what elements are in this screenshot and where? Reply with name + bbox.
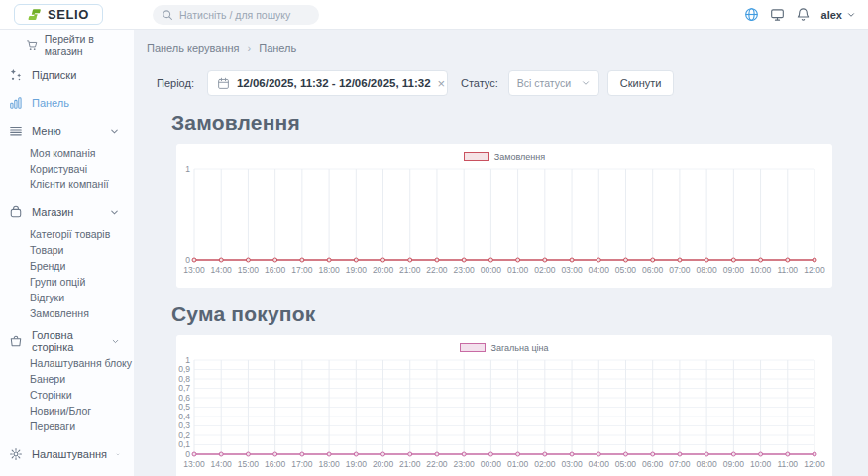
data-point (192, 452, 196, 456)
y-axis-tick-label: 0,3 (178, 420, 190, 430)
breadcrumb-separator: › (248, 42, 252, 54)
gear-icon (9, 447, 23, 461)
clear-period-icon[interactable]: × (438, 77, 446, 90)
x-axis-tick-label: 09:00 (723, 459, 745, 469)
legend-swatch (460, 343, 486, 352)
period-label: Період: (157, 77, 194, 89)
search-bar[interactable] (153, 5, 319, 25)
sidebar-item-go-to-shop[interactable]: Перейти в магазин (26, 34, 134, 56)
sidebar-item-shop[interactable]: Магазин (0, 198, 134, 226)
y-axis-tick-label: 0,6 (178, 393, 190, 403)
sidebar-subitem-shop-1[interactable]: Товари (0, 242, 134, 258)
subscriptions-icon (9, 68, 23, 82)
data-point (516, 258, 520, 262)
y-axis-tick-label: 1 (185, 355, 190, 365)
monitor-icon[interactable] (770, 7, 785, 22)
sidebar-subitem-shop-3[interactable]: Групи опцій (0, 274, 134, 290)
bell-icon[interactable] (796, 7, 811, 22)
chevron-down-icon (109, 207, 120, 218)
x-axis-tick-label: 14:00 (211, 265, 233, 275)
sidebar-subitem-shop-0[interactable]: Категорії товарів (0, 226, 134, 242)
section-title-orders: Замовлення (171, 111, 868, 135)
data-point (192, 258, 196, 262)
sidebar-subitem-home-page-1[interactable]: Банери (0, 371, 134, 387)
data-point (246, 452, 250, 456)
x-axis-tick-label: 16:00 (265, 265, 286, 275)
data-point (731, 258, 735, 262)
sidebar-item-settings[interactable]: Налаштування (0, 440, 134, 468)
data-point (408, 452, 412, 456)
calendar-icon (217, 77, 230, 90)
period-date-range-input[interactable]: 12/06/2025, 11:32 - 12/06/2025, 11:32 × (207, 70, 448, 96)
chart-plot-area[interactable]: 00,10,20,30,40,50,60,70,80,9113:0014:001… (176, 354, 832, 476)
data-point (488, 452, 492, 456)
sidebar-item-subscriptions[interactable]: Підписки (0, 61, 134, 89)
sidebar-item-home-page[interactable]: Головна сторінка (0, 327, 134, 355)
data-point (623, 452, 627, 456)
data-point (678, 452, 682, 456)
y-axis-tick-label: 0 (185, 255, 190, 265)
x-axis-tick-label: 07:00 (669, 459, 691, 469)
charts-root: ЗамовленняЗамовлення0113:0014:0015:0016:… (147, 111, 868, 476)
sidebar-item-label: Підписки (32, 69, 76, 81)
sidebar-subitem-shop-5[interactable]: Замовлення (0, 305, 134, 321)
x-axis-tick-label: 14:00 (211, 459, 233, 469)
data-point (759, 258, 763, 262)
x-axis-tick-label: 10:00 (750, 265, 772, 275)
y-axis-tick-label: 0,2 (178, 430, 190, 440)
data-point (381, 452, 385, 456)
chart-card-orders: Замовлення0113:0014:0015:0016:0017:0018:… (176, 144, 832, 288)
sidebar-subitem-menu-0[interactable]: Моя компанія (0, 145, 134, 161)
x-axis-tick-label: 00:00 (481, 459, 502, 469)
x-axis-tick-label: 04:00 (589, 459, 610, 469)
period-value: 12/06/2025, 11:32 - 12/06/2025, 11:32 (237, 77, 431, 89)
chevron-down-icon (846, 10, 856, 20)
x-axis-tick-label: 08:00 (696, 265, 717, 275)
sidebar-subitem-home-page-2[interactable]: Сторінки (0, 387, 134, 403)
globe-icon[interactable] (744, 7, 759, 22)
chart-card-purchase-sum: Загальна ціна00,10,20,30,40,50,60,70,80,… (176, 335, 832, 476)
sidebar-subitem-home-page-4[interactable]: Переваги (0, 418, 134, 434)
sidebar-item-menu[interactable]: Меню (0, 117, 134, 145)
data-point (327, 258, 331, 262)
sidebar-item-dashboard[interactable]: Панель (0, 89, 134, 117)
x-axis-tick-label: 09:00 (723, 265, 745, 275)
sidebar: Перейти в магазинПідпискиПанельМенюМоя к… (0, 30, 134, 476)
sidebar-subitem-shop-2[interactable]: Бренди (0, 258, 134, 274)
breadcrumb-item-dashboard[interactable]: Панель керування (147, 42, 240, 54)
data-point (300, 452, 304, 456)
legend-label: Загальна ціна (490, 343, 548, 353)
bag-icon (9, 205, 23, 219)
y-axis-tick-label: 0 (185, 449, 190, 459)
data-point (435, 258, 439, 262)
chart-legend[interactable]: Загальна ціна (176, 341, 832, 354)
logo[interactable]: SELIO (14, 4, 103, 25)
logo-text: SELIO (48, 7, 89, 22)
search-input[interactable] (179, 9, 310, 21)
data-point (543, 452, 547, 456)
y-axis-tick-label: 0,7 (178, 383, 190, 393)
status-select[interactable]: Всі статуси (508, 70, 599, 96)
y-axis-tick-label: 0,1 (178, 439, 190, 449)
chart-legend[interactable]: Замовлення (176, 150, 832, 163)
data-point (597, 258, 600, 262)
data-point (570, 258, 574, 262)
data-point (435, 452, 439, 456)
x-axis-tick-label: 03:00 (561, 265, 583, 275)
sidebar-subitem-menu-1[interactable]: Користувачі (0, 161, 134, 177)
x-axis-tick-label: 21:00 (399, 265, 421, 275)
x-axis-tick-label: 23:00 (454, 459, 476, 469)
sidebar-nav: Перейти в магазинПідпискиПанельМенюМоя к… (0, 34, 134, 468)
sidebar-subitem-shop-4[interactable]: Відгуки (0, 290, 134, 305)
chart-plot-area[interactable]: 0113:0014:0015:0016:0017:0018:0019:0020:… (176, 163, 832, 280)
data-point (543, 258, 547, 262)
reset-button[interactable]: Скинути (607, 70, 675, 96)
user-menu[interactable]: alex (821, 9, 856, 21)
x-axis-tick-label: 06:00 (642, 265, 664, 275)
sidebar-subitem-menu-2[interactable]: Клієнти компанії (0, 177, 134, 192)
sidebar-subitem-home-page-0[interactable]: Налаштування блоку (0, 355, 134, 371)
data-point (786, 258, 790, 262)
x-axis-tick-label: 22:00 (426, 265, 448, 275)
data-point (354, 452, 358, 456)
sidebar-subitem-home-page-3[interactable]: Новини/Блог (0, 403, 134, 418)
